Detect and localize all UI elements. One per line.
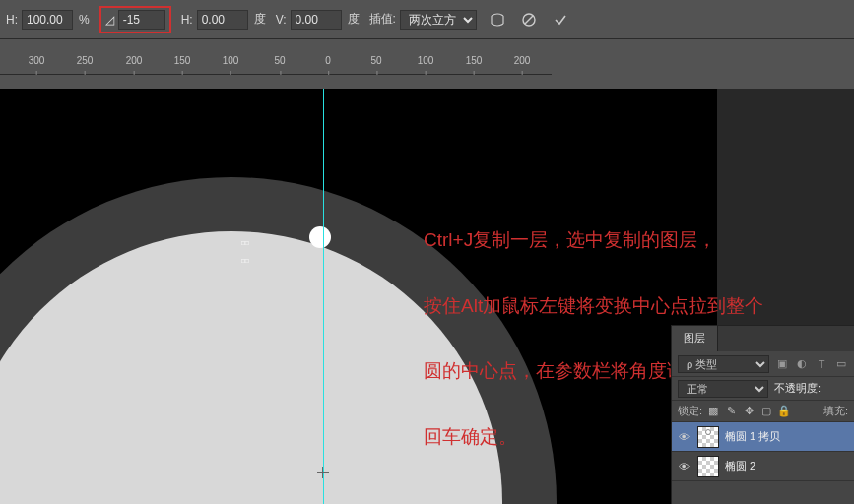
layers-panel: 图层 ρ 类型 ▣ ◐ T ▭ 正常 不透明度: 锁定: ▩ ✎ ✥ ▢ 🔒 填… — [671, 325, 854, 504]
panel-tabs: 图层 — [672, 326, 854, 351]
filter-type-icon[interactable]: T — [815, 358, 828, 370]
interpolation-select[interactable]: 两次立方 — [400, 10, 477, 30]
lock-pixels-icon[interactable]: ▩ — [706, 405, 720, 417]
filter-shape-icon[interactable]: ▭ — [834, 357, 848, 370]
height-field-group: H: % — [6, 10, 90, 30]
fill-label: 填充: — [823, 404, 848, 418]
cancel-transform-button[interactable] — [518, 9, 540, 31]
layer-item[interactable]: 👁 椭圆 2 — [672, 452, 854, 481]
hskew-input[interactable] — [197, 10, 248, 30]
ruler-tick: 50 — [370, 55, 381, 66]
vskew-label: V: — [276, 13, 287, 27]
blend-row: 正常 不透明度: — [672, 377, 854, 401]
lock-label: 锁定: — [678, 404, 702, 418]
horizontal-ruler: 300 250 200 150 100 50 0 50 100 150 200 — [0, 53, 552, 75]
lock-paint-icon[interactable]: ✎ — [724, 405, 738, 417]
transform-options-bar: H: % ◿ H: 度 V: 度 插值: 两次立方 — [0, 0, 854, 39]
lock-artboard-icon[interactable]: ▢ — [759, 405, 773, 417]
svg-line-1 — [525, 16, 533, 24]
angle-icon: ◿ — [105, 13, 114, 27]
vskew-group: V: 度 — [276, 10, 360, 30]
annotation-line: 回车确定。 — [424, 426, 517, 447]
blend-mode-select[interactable]: 正常 — [678, 380, 768, 398]
filter-image-icon[interactable]: ▣ — [775, 357, 789, 370]
transform-pivot-icon[interactable]: ▫▫▫▫ — [240, 234, 268, 258]
layer-filter-row: ρ 类型 ▣ ◐ T ▭ — [672, 351, 854, 377]
rotation-angle-input[interactable] — [118, 10, 165, 30]
hskew-group: H: 度 — [181, 10, 266, 30]
vskew-input[interactable] — [291, 10, 342, 30]
opacity-label: 不透明度: — [774, 381, 821, 396]
interpolation-group: 插值: 两次立方 — [369, 10, 477, 30]
layer-name[interactable]: 椭圆 2 — [725, 459, 850, 473]
hskew-label: H: — [181, 13, 193, 27]
layer-filter-select[interactable]: ρ 类型 — [678, 355, 769, 373]
visibility-toggle-icon[interactable]: 👁 — [676, 461, 691, 472]
commit-transform-button[interactable] — [550, 9, 571, 31]
height-unit: % — [79, 13, 90, 27]
ruler-tick: 50 — [274, 55, 285, 66]
height-input[interactable] — [22, 10, 73, 30]
vskew-unit: 度 — [348, 11, 360, 28]
ruler-tick: 0 — [325, 55, 331, 66]
ruler-tick: 200 — [126, 55, 143, 66]
vertical-guide[interactable] — [323, 89, 324, 504]
ruler-tick: 300 — [29, 55, 45, 66]
ruler-tick: 150 — [174, 55, 191, 66]
ruler-tick: 100 — [418, 55, 434, 66]
annotation-line: Ctrl+J复制一层，选中复制的图层， — [424, 229, 716, 250]
layer-name[interactable]: 椭圆 1 拷贝 — [725, 429, 850, 444]
layer-item[interactable]: 👁 椭圆 1 拷贝 — [672, 422, 854, 452]
rotation-angle-group: ◿ — [99, 6, 171, 33]
annotation-line: 按住Alt加鼠标左键将变换中心点拉到整个 — [424, 295, 763, 316]
lock-row: 锁定: ▩ ✎ ✥ ▢ 🔒 填充: — [672, 401, 854, 422]
warp-mode-button[interactable] — [487, 9, 508, 31]
ruler-tick: 200 — [514, 55, 531, 66]
height-label: H: — [6, 13, 18, 27]
visibility-toggle-icon[interactable]: 👁 — [676, 431, 691, 443]
filter-adjust-icon[interactable]: ◐ — [795, 357, 809, 370]
ruler-tick: 250 — [77, 55, 94, 66]
hskew-unit: 度 — [254, 11, 266, 28]
layer-thumbnail[interactable] — [697, 456, 719, 477]
white-dot-shape — [309, 226, 331, 248]
ruler-tick: 150 — [466, 55, 483, 66]
layer-thumbnail[interactable] — [697, 426, 719, 448]
horizontal-guide[interactable] — [0, 472, 650, 473]
interpolation-label: 插值: — [369, 11, 396, 28]
lock-position-icon[interactable]: ✥ — [742, 405, 755, 417]
lock-all-icon[interactable]: 🔒 — [777, 405, 791, 417]
ruler-tick: 100 — [223, 55, 239, 66]
tab-layers[interactable]: 图层 — [672, 326, 718, 351]
